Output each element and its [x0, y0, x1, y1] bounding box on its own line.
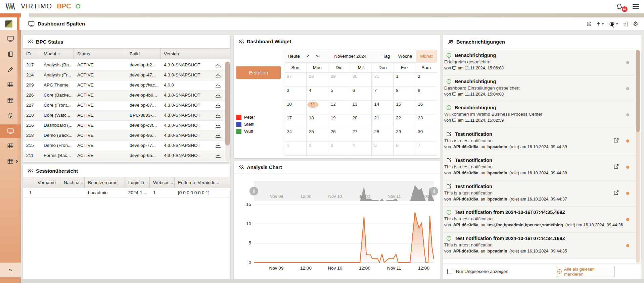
- calendar-day-cell[interactable]: 14: [371, 101, 393, 114]
- add-button[interactable]: +: [595, 20, 605, 27]
- notification-item[interactable]: Benachrichtigung Dashboard Einstellungen…: [443, 76, 637, 102]
- calendar-day-cell[interactable]: 17: [284, 114, 306, 128]
- calendar-prev-button[interactable]: <: [303, 50, 313, 62]
- calendar-day-cell[interactable]: 29: [393, 128, 415, 142]
- calendar-day-cell[interactable]: 3: [284, 87, 306, 100]
- table-row[interactable]: 215Demo (Fron...ACTIVEdevelop-77...4.3.0…: [23, 141, 225, 151]
- calendar-day-cell[interactable]: 26: [328, 128, 350, 142]
- calendar-day-cell[interactable]: 24: [284, 128, 306, 142]
- calendar-day-cell[interactable]: 12: [328, 101, 350, 114]
- menu-button[interactable]: [633, 4, 639, 9]
- download-button[interactable]: [215, 62, 221, 68]
- calendar-day-cell[interactable]: 8: [393, 87, 415, 100]
- table-row[interactable]: 227Core (Front...ACTIVEdevelop-87...4.3.…: [23, 101, 225, 111]
- notification-item[interactable]: Benachrichtigung Willkommen im Virtimo B…: [443, 102, 637, 128]
- calendar-day-cell[interactable]: 5: [371, 142, 393, 155]
- calendar-day-cell[interactable]: 4: [306, 87, 328, 100]
- legend-item-wuff[interactable]: Wuff: [236, 129, 253, 134]
- save-button[interactable]: [585, 20, 593, 28]
- column-header-modul[interactable]: Modul↑: [40, 49, 74, 59]
- column-header[interactable]: Vorname: [34, 177, 60, 188]
- download-button[interactable]: [215, 133, 221, 138]
- calendar-day-cell[interactable]: 5: [328, 87, 350, 100]
- legend-item-peter[interactable]: Peter: [236, 115, 255, 120]
- column-header-id[interactable]: ID: [23, 49, 40, 59]
- open-notification-button[interactable]: [613, 190, 619, 195]
- calendar-view-tag[interactable]: Tag: [379, 50, 394, 62]
- calendar-day-cell[interactable]: 30: [350, 73, 372, 87]
- open-notification-button[interactable]: [613, 164, 619, 169]
- calendar-day-cell[interactable]: 1: [284, 142, 306, 155]
- download-button[interactable]: [215, 143, 221, 149]
- table-row[interactable]: 216Dashboard (...ACTIVEdevelop-c3f...4.3…: [23, 121, 225, 131]
- calendar-day-cell[interactable]: 2: [415, 73, 437, 87]
- mark-all-read-button[interactable]: Alle als gelesen markieren: [557, 266, 614, 277]
- calendar-day-cell[interactable]: 6: [350, 87, 372, 100]
- calendar-day-cell[interactable]: 11: [306, 101, 328, 114]
- legend-item-steffi[interactable]: Steffi: [236, 122, 255, 127]
- column-header[interactable]: Benutzername: [85, 177, 125, 188]
- calendar-day-cell[interactable]: 25: [306, 128, 328, 142]
- notification-item[interactable]: Test notification from 2024-10-16T07:44:…: [443, 207, 637, 233]
- calendar-day-cell[interactable]: 9: [415, 87, 437, 100]
- sidebar-item-documentation[interactable]: [0, 47, 21, 61]
- calendar-day-cell[interactable]: 7: [371, 87, 393, 100]
- sidebar-item-table-3[interactable]: [0, 139, 21, 153]
- table-row[interactable]: 226Core (Backe...ACTIVEdevelop-fb9...4.3…: [23, 91, 225, 101]
- column-header[interactable]: Nachna...: [60, 177, 85, 188]
- notifications-scrollbar-thumb[interactable]: [636, 50, 640, 132]
- table-row[interactable]: 209APG ThemeACTIVEdevelop@ac...4.0.0: [23, 80, 225, 91]
- calendar-day-cell[interactable]: 7: [415, 142, 437, 155]
- calendar-view-monat[interactable]: Monat: [416, 50, 437, 62]
- column-header[interactable]: [23, 177, 34, 188]
- calendar-day-cell[interactable]: 30: [415, 128, 437, 142]
- calendar-day-cell[interactable]: 6: [393, 142, 415, 155]
- notifications-bell-button[interactable]: 9+: [616, 3, 625, 11]
- column-header[interactable]: Websoc...: [150, 177, 175, 188]
- calendar-next-button[interactable]: >: [313, 50, 322, 62]
- column-header-status[interactable]: Status: [74, 49, 126, 59]
- download-button[interactable]: [215, 82, 221, 88]
- sidebar-item-planner[interactable]: [0, 109, 21, 122]
- notification-item[interactable]: Test notification from 2024-10-16T07:44:…: [443, 233, 637, 259]
- column-header[interactable]: Entfernte Verbindu...: [175, 177, 230, 188]
- calendar-day-cell[interactable]: 23: [415, 114, 437, 128]
- table-row[interactable]: 210Core (Watc...ACTIVEBPC-8883-...4.3.0-…: [23, 111, 225, 121]
- calendar-day-cell[interactable]: 13: [350, 101, 372, 114]
- calendar-day-cell[interactable]: 18: [306, 114, 328, 128]
- calendar-day-cell[interactable]: 28: [306, 73, 328, 87]
- calendar-day-cell[interactable]: 27: [284, 73, 306, 87]
- sidebar-item-dashboard-spalten[interactable]: [0, 124, 21, 138]
- sidebar-expand-button[interactable]: »: [0, 263, 21, 277]
- calendar-day-cell[interactable]: 21: [371, 114, 393, 128]
- notification-item[interactable]: Benachrichtigung Erfolgreich gespeichert…: [443, 50, 637, 76]
- app-logo[interactable]: [5, 20, 12, 27]
- table-row[interactable]: 212Forms (Fron...ACTIVEdevelop-43f...4.3…: [23, 161, 225, 162]
- column-header-version[interactable]: Version: [160, 49, 211, 59]
- calendar-day-cell[interactable]: 27: [350, 128, 372, 142]
- column-header[interactable]: Login lä...: [125, 177, 150, 188]
- table-row[interactable]: 211Forms (Bac...ACTIVEdevelop-6a...4.3.0…: [23, 151, 225, 161]
- calendar-day-cell[interactable]: 29: [328, 73, 350, 87]
- calendar-day-cell[interactable]: 2: [306, 142, 328, 155]
- notification-item[interactable]: Test notification This is a test notific…: [443, 128, 637, 154]
- download-button[interactable]: [215, 123, 221, 128]
- download-button[interactable]: [215, 113, 221, 118]
- chart-overview-strip[interactable]: Nov 0912:00Nov 1012:00Nov 1112:00: [254, 181, 434, 201]
- calendar-view-woche[interactable]: Woche: [394, 50, 416, 62]
- calendar-day-cell[interactable]: 22: [393, 114, 415, 128]
- unread-only-checkbox[interactable]: [447, 269, 452, 274]
- download-button[interactable]: [215, 103, 221, 108]
- calendar-day-cell[interactable]: 31: [371, 73, 393, 87]
- calendar-day-cell[interactable]: 16: [415, 101, 437, 114]
- table-row[interactable]: 218Demo (Back...ACTIVEdevelop-96...4.3.0…: [23, 131, 225, 141]
- download-button[interactable]: [215, 153, 221, 159]
- notification-item[interactable]: Test notification This is a test notific…: [443, 180, 637, 207]
- download-button[interactable]: [215, 93, 221, 98]
- calendar-today-button[interactable]: Heute: [284, 50, 303, 62]
- sidebar-item-dashboard[interactable]: [0, 32, 21, 45]
- table-row[interactable]: 217Analysis (Ba...ACTIVEdevelop-b2...4.3…: [23, 60, 225, 70]
- range-slider-right-handle[interactable]: [429, 187, 438, 195]
- sidebar-item-table-2[interactable]: [0, 94, 21, 107]
- settings-button[interactable]: ⚙: [632, 20, 639, 28]
